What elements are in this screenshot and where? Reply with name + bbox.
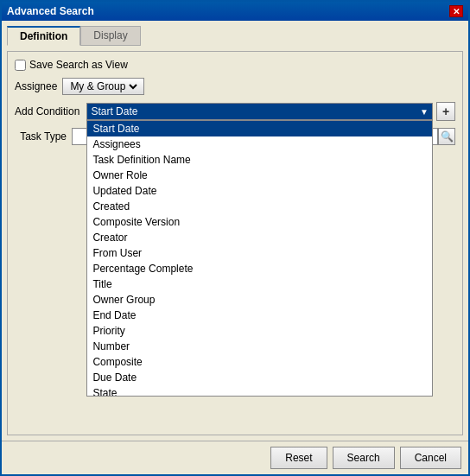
- assignee-label: Assignee: [15, 80, 57, 92]
- dropdown-item-title[interactable]: Title: [87, 276, 432, 292]
- reset-button[interactable]: Reset: [270, 447, 327, 469]
- tab-bar: Definition Display: [7, 26, 463, 46]
- save-search-row: Save Search as View: [15, 59, 455, 71]
- dropdown-item-creator[interactable]: Creator: [87, 230, 432, 245]
- assignee-dropdown[interactable]: My & Group My Group All: [67, 79, 140, 93]
- add-condition-button[interactable]: +: [436, 102, 455, 121]
- dropdown-item-owner-role[interactable]: Owner Role: [87, 168, 432, 183]
- assignee-row: Assignee My & Group My Group All: [15, 78, 455, 95]
- add-condition-row: Add Condition Start Date ▼ Start Date As…: [15, 102, 455, 121]
- dropdown-item-owner-group[interactable]: Owner Group: [87, 292, 432, 308]
- dropdown-item-percentage-complete[interactable]: Percentage Complete: [87, 261, 432, 276]
- condition-dropdown-list: Start Date Assignees Task Definition Nam…: [86, 120, 433, 397]
- tab-definition[interactable]: Definition: [7, 26, 80, 46]
- add-condition-label: Add Condition: [15, 105, 79, 117]
- condition-dropdown-header[interactable]: Start Date ▼: [86, 103, 433, 120]
- close-button[interactable]: ✕: [449, 5, 463, 17]
- dropdown-item-priority[interactable]: Priority: [87, 323, 432, 339]
- dropdown-item-updated-date[interactable]: Updated Date: [87, 183, 432, 199]
- dropdown-item-assignees[interactable]: Assignees: [87, 136, 432, 152]
- save-search-checkbox[interactable]: [15, 60, 26, 71]
- dropdown-item-state[interactable]: State: [87, 385, 432, 397]
- title-bar: Advanced Search ✕: [2, 2, 468, 21]
- cancel-button[interactable]: Cancel: [400, 447, 461, 469]
- dropdown-item-due-date[interactable]: Due Date: [87, 370, 432, 385]
- save-search-label: Save Search as View: [29, 59, 128, 71]
- bottom-bar: Reset Search Cancel: [2, 441, 468, 474]
- dropdown-item-created[interactable]: Created: [87, 199, 432, 214]
- task-type-search-icon[interactable]: 🔍: [438, 128, 455, 145]
- condition-dropdown-container: Start Date ▼ Start Date Assignees Task D…: [86, 103, 433, 120]
- dropdown-item-composite[interactable]: Composite: [87, 354, 432, 370]
- assignee-select[interactable]: My & Group My Group All: [62, 78, 144, 95]
- advanced-search-window: Advanced Search ✕ Definition Display Sav…: [0, 0, 470, 476]
- dropdown-item-composite-version[interactable]: Composite Version: [87, 214, 432, 230]
- dropdown-item-end-date[interactable]: End Date: [87, 308, 432, 323]
- dropdown-arrow-icon: ▼: [420, 107, 429, 117]
- task-type-label: Task Type: [15, 130, 67, 143]
- tab-display[interactable]: Display: [80, 26, 140, 46]
- dropdown-item-start-date[interactable]: Start Date: [87, 121, 432, 136]
- dropdown-item-number[interactable]: Number: [87, 339, 432, 354]
- tab-panel: Save Search as View Assignee My & Group …: [7, 51, 463, 435]
- dropdown-item-from-user[interactable]: From User: [87, 245, 432, 261]
- condition-selected-value: Start Date: [91, 105, 137, 117]
- search-button[interactable]: Search: [333, 447, 395, 469]
- window-title: Advanced Search: [7, 5, 94, 17]
- window-content: Definition Display Save Search as View A…: [2, 21, 468, 441]
- dropdown-item-task-def-name[interactable]: Task Definition Name: [87, 152, 432, 168]
